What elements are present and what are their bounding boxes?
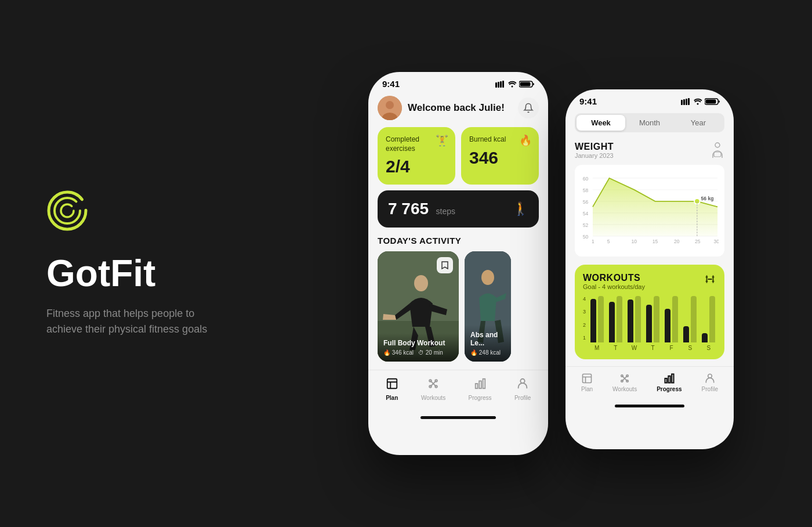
seg-week[interactable]: Week — [577, 115, 625, 131]
time-2: 9:41 — [579, 96, 597, 106]
bar-label-S2: S — [707, 345, 711, 351]
app-subtitle: Fitness app that helps people to achieve… — [46, 306, 232, 337]
time-1: 9:41 — [382, 79, 400, 89]
svg-rect-67 — [665, 378, 666, 383]
bar-light-T2 — [654, 296, 659, 342]
profile-icon-nav — [516, 377, 529, 393]
bar-light-T1 — [617, 296, 622, 342]
bar-group-M: M — [589, 296, 604, 351]
nav2-workouts[interactable]: Workouts — [612, 373, 637, 392]
bell-button[interactable] — [518, 98, 539, 118]
workouts-section: WORKOUTS Goal - 4 workouts/day 4 3 2 1 — [575, 265, 724, 359]
bar-dark-S1 — [683, 326, 689, 342]
nav2-workouts-label: Workouts — [612, 386, 637, 392]
nav-workouts-label: Workouts — [421, 395, 445, 401]
svg-text:20: 20 — [674, 239, 680, 244]
bar-pair-F — [665, 296, 678, 342]
phone1-header: Welcome back Julie! — [368, 91, 548, 127]
avatar — [378, 96, 402, 120]
svg-text:15: 15 — [652, 239, 658, 244]
nav2-plan[interactable]: Plan — [581, 373, 593, 392]
bar-label-W: W — [632, 345, 637, 351]
activity-card-2[interactable]: Abs and Le... 🔥 248 kcal — [465, 251, 511, 362]
bar-group-T1: T — [608, 296, 623, 351]
svg-rect-6 — [502, 81, 504, 88]
bar-pair-M — [590, 296, 604, 342]
svg-rect-31 — [686, 99, 687, 105]
weight-title: WEIGHT — [575, 142, 614, 152]
person-scale-icon — [710, 142, 724, 160]
phone-home: 9:41 Welcome back Julie! — [368, 72, 548, 455]
bar-label-F: F — [670, 345, 673, 351]
bookmark-button-1[interactable] — [437, 257, 453, 273]
status-icons-1 — [495, 81, 534, 88]
svg-text:58: 58 — [583, 187, 589, 193]
nav-profile-label: Profile — [514, 395, 531, 401]
bar-dark-F — [665, 309, 670, 342]
bar-group-S1: S — [683, 296, 698, 351]
weight-section: WEIGHT January 2023 60 58 56 — [566, 142, 734, 257]
logo-icon — [46, 190, 88, 232]
bar-light-S1 — [691, 296, 697, 342]
bar-dark-M — [590, 299, 596, 342]
completed-exercises-card[interactable]: 🏋 Completed exercises 2/4 — [378, 127, 455, 185]
nav-workouts[interactable]: Workouts — [421, 377, 445, 401]
activity-cards: Full Body Workout 🔥 346 kcal ⏱ 20 min — [368, 251, 548, 362]
bar-dark-T1 — [609, 302, 615, 342]
seg-month[interactable]: Month — [625, 115, 674, 131]
svg-rect-35 — [706, 99, 716, 103]
bottom-nav-2: Plan Workouts Progress Profile — [566, 366, 734, 402]
svg-rect-68 — [668, 376, 670, 383]
nav-plan[interactable]: Plan — [386, 377, 398, 401]
nav2-progress[interactable]: Progress — [657, 373, 682, 392]
completed-value: 2/4 — [386, 157, 447, 176]
svg-rect-9 — [520, 82, 531, 86]
workouts-title: WORKOUTS — [583, 273, 645, 283]
workouts-title-group: WORKOUTS Goal - 4 workouts/day — [583, 273, 645, 290]
svg-point-15 — [414, 275, 428, 291]
nav-profile[interactable]: Profile — [514, 377, 531, 401]
nav-progress[interactable]: Progress — [469, 377, 492, 401]
bar-light-S2 — [709, 296, 715, 342]
svg-point-33 — [697, 103, 699, 104]
svg-rect-18 — [387, 379, 397, 389]
bar-label-T2: T — [651, 345, 654, 351]
svg-rect-26 — [479, 381, 481, 389]
svg-rect-30 — [683, 99, 685, 105]
svg-point-36 — [715, 143, 720, 147]
plan-icon — [386, 377, 398, 393]
svg-rect-29 — [681, 100, 683, 105]
bar-pair-S2 — [702, 296, 715, 342]
svg-rect-25 — [475, 384, 477, 388]
weight-chart: 60 58 56 54 52 50 — [575, 165, 724, 257]
weight-chart-svg: 60 58 56 54 52 50 — [581, 171, 719, 252]
card-overlay-1: Full Body Workout 🔥 346 kcal ⏱ 20 min — [378, 333, 459, 362]
svg-rect-32 — [688, 98, 690, 105]
card-title-1: Full Body Workout — [383, 339, 453, 347]
card-time-1: ⏱ 20 min — [418, 349, 443, 356]
svg-text:1: 1 — [592, 239, 594, 244]
steps-card[interactable]: 7 765 steps 🚶 — [378, 190, 539, 228]
nav2-profile[interactable]: Profile — [702, 373, 718, 392]
bar-light-M — [598, 296, 604, 342]
svg-rect-3 — [495, 82, 497, 88]
steps-display: 7 765 steps — [388, 200, 455, 218]
weight-header: WEIGHT January 2023 — [575, 142, 724, 160]
svg-point-28 — [520, 379, 524, 383]
workouts-bar-chart: 4 3 2 1 M — [583, 296, 716, 351]
steps-label: steps — [436, 207, 455, 216]
workouts-subtitle: Goal - 4 workouts/day — [583, 283, 645, 290]
dumbbell-icon — [704, 273, 716, 288]
bar-light-W — [635, 296, 641, 342]
workouts-icon — [427, 377, 440, 393]
svg-text:56 kg: 56 kg — [701, 196, 714, 201]
seg-year[interactable]: Year — [674, 115, 723, 131]
svg-rect-69 — [672, 374, 673, 383]
home-indicator-1 — [368, 413, 548, 423]
nav2-plan-label: Plan — [581, 386, 593, 392]
phones-section: 9:41 Welcome back Julie! — [290, 49, 812, 478]
svg-rect-5 — [500, 81, 502, 88]
activity-card-1[interactable]: Full Body Workout 🔥 346 kcal ⏱ 20 min — [378, 251, 459, 362]
burned-kcal-card[interactable]: 🔥 Burned kcal 346 — [461, 127, 539, 185]
svg-text:25: 25 — [695, 239, 701, 244]
